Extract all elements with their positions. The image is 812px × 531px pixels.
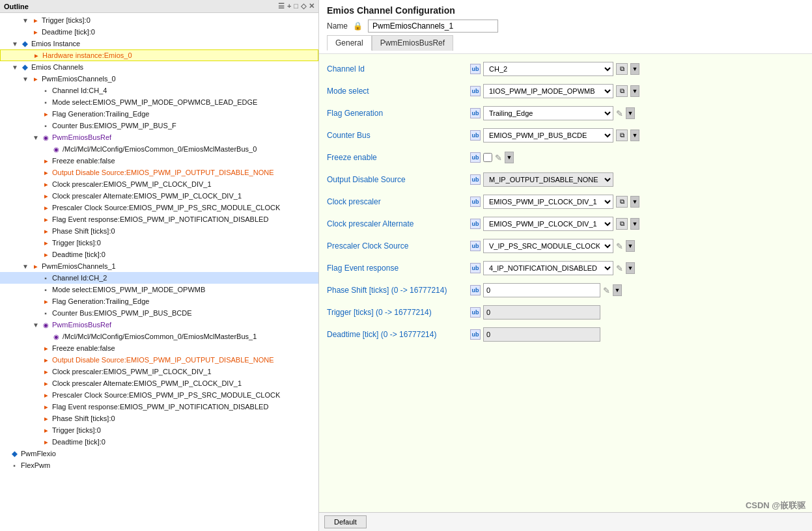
tree-item-icon: ▸ (40, 390, 51, 400)
tree-item[interactable]: ▪FlexPwm (0, 459, 318, 471)
tree-item[interactable]: ▼▸PwmEmiosChannels_1 (0, 260, 318, 272)
chevron-button[interactable]: ▼ (630, 218, 639, 230)
copy-button[interactable]: ⧉ (616, 63, 628, 75)
field-dropdown[interactable]: V_IP_PS_SRC_MODULE_CLOCKV_IP_PS_SRC_MODU… (483, 239, 613, 253)
expand-icon[interactable]: ▼ (10, 40, 20, 48)
tree-item[interactable]: ◆PwmFlexio (0, 448, 318, 459)
field-label: Freeze enable (327, 153, 470, 162)
tree-item[interactable]: ▸Phase Shift [ticks]:0 (0, 225, 318, 237)
tree-item[interactable]: ▸Flag Generation:Trailing_Edge (0, 295, 318, 307)
name-input[interactable] (368, 20, 498, 33)
field-dropdown[interactable]: EMIOS_PWM_IP_BUS_BCDEEMIOS_PWM_IP_BUS_BC… (483, 128, 613, 143)
expand-icon[interactable]: ▼ (31, 321, 40, 329)
tree-item[interactable]: ▸Clock prescaler Alternate:EMIOS_PWM_IP_… (0, 190, 318, 202)
tree-item[interactable]: ◉/Mcl/Mcl/MclConfig/EmiosCommon_0/EmiosM… (0, 143, 318, 155)
field-dropdown[interactable]: 4_IP_NOTIFICATION_DISABLED4_IP_NOTIFICAT… (483, 261, 613, 275)
chevron-button[interactable]: ▼ (630, 129, 639, 141)
chevron-button[interactable]: ▼ (613, 284, 622, 296)
expand-icon[interactable]: □ (294, 2, 298, 10)
edit-button[interactable]: ✎ (616, 264, 623, 273)
field-dropdown[interactable]: 1IOS_PWM_IP_MODE_OPWMBEMIOS_PWM_IP_MODE_… (483, 84, 613, 98)
tree-item[interactable]: ▸Clock prescaler Alternate:EMIOS_PWM_IP_… (0, 377, 318, 389)
field-label: Flag Event response (327, 264, 470, 273)
field-dropdown[interactable]: EMIOS_PWM_IP_CLOCK_DIV_1EMIOS_PWM_IP_CLO… (483, 195, 613, 209)
chevron-button[interactable]: ▼ (630, 196, 639, 208)
tree-item-icon: ▸ (40, 250, 51, 259)
name-label: Name (327, 21, 348, 31)
tree-item[interactable]: ▸Freeze enable:false (0, 155, 318, 167)
tree-item[interactable]: ▸Output Disable Source:EMIOS_PWM_IP_OUTP… (0, 354, 318, 366)
tree-item[interactable]: ▸Hardware instance:Emios_0 (0, 49, 318, 61)
tree-item-label: Trigger [ticks]:0 (42, 16, 91, 24)
tree-item[interactable]: ▸Flag Generation:Trailing_Edge (0, 108, 318, 120)
tree-item[interactable]: ▼▸PwmEmiosChannels_0 (0, 73, 318, 85)
tree-item[interactable]: ▪Counter Bus:EMIOS_PWM_IP_BUS_BCDE (0, 307, 318, 319)
tab-general[interactable]: General (327, 35, 372, 51)
tree-item[interactable]: ▸Output Disable Source:EMIOS_PWM_IP_OUTP… (0, 167, 318, 178)
chevron-button[interactable]: ▼ (630, 85, 639, 97)
copy-button[interactable]: ⧉ (616, 218, 628, 230)
tree-item[interactable]: ▸Flag Event response:EMIOS_PWM_IP_NOTIFI… (0, 401, 318, 413)
tree-item[interactable]: ▸Deadtime [tick]:0 (0, 436, 318, 448)
tree-item[interactable]: ▸Clock prescaler:EMIOS_PWM_IP_CLOCK_DIV_… (0, 178, 318, 190)
edit-button[interactable]: ✎ (495, 153, 502, 163)
tree-item[interactable]: ▸Freeze enable:false (0, 342, 318, 354)
expand-icon[interactable]: ▼ (31, 134, 40, 141)
tree-item[interactable]: ▪Channel Id:CH_2 (0, 272, 318, 284)
tree-item[interactable]: ▸Trigger [ticks]:0 (0, 424, 318, 436)
field-text-input[interactable] (483, 283, 600, 297)
tree-item[interactable]: ▼▸Trigger [ticks]:0 (0, 14, 318, 26)
tree-item-icon: ▪ (40, 285, 51, 294)
tree-item[interactable]: ▸Deadtime [tick]:0 (0, 249, 318, 260)
tree-item[interactable]: ▸Prescaler Clock Source:EMIOS_PWM_IP_PS_… (0, 202, 318, 213)
tree-item[interactable]: ▸Phase Shift [ticks]:0 (0, 413, 318, 424)
tree-item-label: Clock prescaler Alternate:EMIOS_PWM_IP_C… (52, 379, 242, 387)
tree-item[interactable]: ▪Channel Id:CH_4 (0, 85, 318, 96)
field-text-input[interactable] (483, 305, 600, 320)
tree-item[interactable]: ▼◆Emios Instance (0, 38, 318, 49)
tab-pwmemiosbusref[interactable]: PwmEmiosBusRef (372, 35, 453, 51)
link-icon[interactable]: ◇ (301, 2, 306, 10)
tree-item[interactable]: ▪Mode select:EMIOS_PWM_IP_MODE_OPWMCB_LE… (0, 96, 318, 108)
chevron-button[interactable]: ▼ (626, 107, 635, 119)
chevron-button[interactable]: ▼ (630, 63, 639, 75)
tree-item[interactable]: ▼◉PwmEmiosBusRef (0, 131, 318, 143)
copy-button[interactable]: ⧉ (616, 196, 628, 208)
expand-icon[interactable]: ▼ (21, 75, 30, 83)
chevron-button[interactable]: ▼ (505, 152, 514, 163)
field-dropdown[interactable]: Trailing_EdgeTrailing_EdgeLeading_Edge (483, 106, 613, 120)
tree-item-label: Emios Channels (31, 63, 83, 71)
tree-item[interactable]: ▸Flag Event response:EMIOS_PWM_IP_NOTIFI… (0, 213, 318, 225)
tree-item[interactable]: ▸Clock prescaler:EMIOS_PWM_IP_CLOCK_DIV_… (0, 366, 318, 377)
tree-item[interactable]: ▸Trigger [ticks]:0 (0, 237, 318, 249)
edit-button[interactable]: ✎ (616, 109, 623, 118)
tree-item[interactable]: ▪Counter Bus:EMIOS_PWM_IP_BUS_F (0, 120, 318, 131)
tree-item-label: Clock prescaler:EMIOS_PWM_IP_CLOCK_DIV_1 (52, 368, 212, 375)
expand-icon[interactable]: ▼ (10, 64, 20, 71)
outline-header: Outline ☰ + □ ◇ ✕ (0, 0, 318, 13)
tree-item-label: Deadtime [tick]:0 (52, 251, 105, 258)
tree-item[interactable]: ▪Mode select:EMIOS_PWM_IP_MODE_OPWMB (0, 284, 318, 295)
field-dropdown[interactable]: CH_2CH_0CH_1CH_2CH_3CH_4 (483, 62, 613, 76)
tree-item[interactable]: ◉/Mcl/Mcl/MclConfig/EmiosCommon_0/EmiosM… (0, 331, 318, 342)
field-checkbox[interactable] (483, 153, 492, 162)
tree-item[interactable]: ▸Prescaler Clock Source:EMIOS_PWM_IP_PS_… (0, 389, 318, 401)
add-icon[interactable]: + (287, 2, 291, 10)
copy-button[interactable]: ⧉ (616, 85, 628, 97)
tree-item[interactable]: ▸Deadtime [tick]:0 (0, 26, 318, 38)
default-button[interactable]: Default (324, 515, 367, 528)
expand-icon[interactable]: ▼ (21, 263, 30, 270)
copy-button[interactable]: ⧉ (616, 129, 628, 141)
tree-item[interactable]: ▼◉PwmEmiosBusRef (0, 319, 318, 331)
edit-button[interactable]: ✎ (603, 286, 610, 295)
field-text-input[interactable] (483, 327, 600, 342)
expand-icon[interactable]: ▼ (21, 17, 30, 24)
chevron-button[interactable]: ▼ (626, 262, 635, 274)
close-icon[interactable]: ✕ (309, 2, 315, 10)
tree-item[interactable]: ▼◆Emios Channels (0, 61, 318, 73)
chevron-button[interactable]: ▼ (626, 240, 635, 252)
collapse-all-icon[interactable]: ☰ (278, 2, 285, 10)
field-dropdown-readonly[interactable]: M_IP_OUTPUT_DISABLE_NONE (483, 172, 613, 187)
edit-button[interactable]: ✎ (616, 241, 623, 251)
field-dropdown[interactable]: EMIOS_PWM_IP_CLOCK_DIV_1EMIOS_PWM_IP_CLO… (483, 217, 613, 231)
